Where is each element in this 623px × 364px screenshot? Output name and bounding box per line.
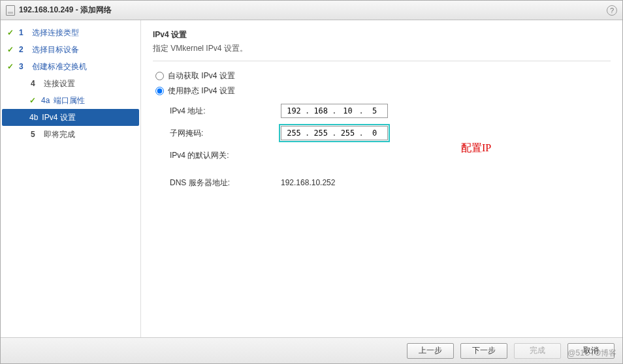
radio-static-ipv4[interactable]: 使用静态 IPv4 设置 [155, 85, 611, 97]
step-label: 创建标准交换机 [32, 61, 87, 72]
section-desc: 指定 VMkernel IPv4 设置。 [153, 43, 611, 54]
step-connection-type[interactable]: ✓ 1 选择连接类型 [1, 24, 140, 41]
section-title: IPv4 设置 [153, 29, 611, 40]
step-ready-complete[interactable]: 5 即将完成 [1, 126, 140, 143]
next-button[interactable]: 下一步 [460, 343, 507, 359]
step-ipv4-settings[interactable]: 4b IPv4 设置 [2, 109, 139, 126]
radio-label: 自动获取 IPv4 设置 [168, 70, 235, 82]
step-port-properties[interactable]: ✓ 4a 端口属性 [1, 92, 140, 109]
ipv4-address-input[interactable]: . . . [281, 104, 388, 118]
check-icon: ✓ [29, 96, 39, 105]
annotation-configure-ip: 配置IP [461, 142, 491, 155]
step-label: 选择目标设备 [32, 44, 79, 55]
label-ipv4-address: IPv4 地址: [170, 106, 281, 117]
titlebar: 192.168.10.249 - 添加网络 ? [1, 1, 622, 20]
ip-octet-3[interactable] [338, 106, 357, 115]
radio-auto-input[interactable] [155, 72, 164, 80]
window-title: 192.168.10.249 - 添加网络 [19, 5, 112, 16]
mask-octet-2[interactable] [311, 129, 330, 138]
subnet-mask-input[interactable]: . . . [281, 126, 388, 140]
mask-octet-3[interactable] [338, 129, 357, 138]
step-label: 即将完成 [44, 129, 75, 140]
host-icon [6, 5, 15, 16]
step-label: 选择连接类型 [32, 27, 79, 38]
label-default-gateway: IPv4 的默认网关: [170, 150, 281, 161]
check-icon: ✓ [7, 45, 16, 54]
ip-octet-4[interactable] [365, 106, 385, 115]
check-icon: ✓ [7, 62, 16, 71]
ip-octet-1[interactable] [284, 106, 304, 115]
dns-server-value: 192.168.10.252 [281, 178, 335, 187]
step-label: 连接设置 [44, 78, 75, 89]
label-dns-server: DNS 服务器地址: [170, 177, 281, 189]
content-pane: IPv4 设置 指定 VMkernel IPv4 设置。 自动获取 IPv4 设… [141, 20, 622, 337]
cancel-button[interactable]: 取消 [567, 343, 615, 359]
mask-octet-4[interactable] [365, 129, 385, 138]
check-icon: ✓ [7, 28, 16, 37]
step-connection-settings[interactable]: 4 连接设置 [1, 75, 140, 92]
footer: 上一步 下一步 完成 取消 @51CTO博客 [1, 337, 622, 363]
ip-octet-2[interactable] [311, 106, 330, 115]
back-button[interactable]: 上一步 [407, 343, 454, 359]
help-icon[interactable]: ? [607, 5, 617, 16]
radio-auto-ipv4[interactable]: 自动获取 IPv4 设置 [155, 70, 611, 82]
radio-static-input[interactable] [155, 87, 164, 95]
step-label: IPv4 设置 [42, 112, 75, 123]
mask-octet-1[interactable] [284, 129, 304, 138]
radio-label: 使用静态 IPv4 设置 [168, 85, 235, 97]
wizard-sidebar: ✓ 1 选择连接类型 ✓ 2 选择目标设备 ✓ 3 创建标准交换机 4 连接设置… [1, 20, 141, 337]
step-label: 端口属性 [54, 95, 85, 106]
divider [153, 61, 611, 61]
step-target-device[interactable]: ✓ 2 选择目标设备 [1, 41, 140, 58]
finish-button: 完成 [514, 343, 561, 359]
label-subnet-mask: 子网掩码: [170, 128, 281, 139]
step-create-switch[interactable]: ✓ 3 创建标准交换机 [1, 58, 140, 75]
